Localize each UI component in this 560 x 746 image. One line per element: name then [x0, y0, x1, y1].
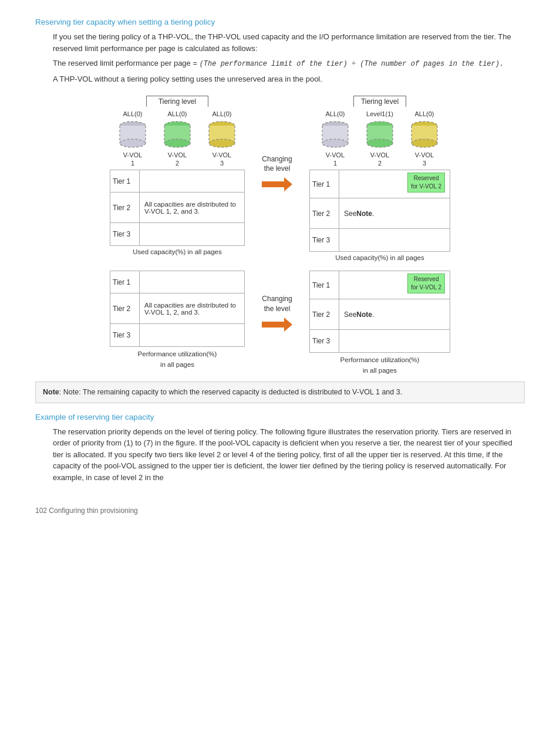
vvol2-name: V-VOL2	[168, 151, 187, 168]
tier-row-1-left2: Tier 1	[110, 271, 244, 293]
vvol1-right1: ALL(0) V-VOL1	[315, 110, 355, 168]
vvol3-left1: ALL(0) V-VOL3	[202, 110, 242, 168]
svg-point-18	[322, 139, 348, 147]
tier3l2-label: Tier 3	[110, 324, 140, 346]
reserved-badge-1: Reservedfor V-VOL 2	[407, 173, 445, 193]
tier3-label: Tier 3	[110, 223, 140, 245]
tier-row-3-right2: Tier 3	[310, 330, 450, 352]
tier-row-1-right1: Tier 1 Reservedfor V-VOL 2	[310, 170, 450, 198]
tier2-label: Tier 2	[110, 193, 140, 222]
svg-point-7	[164, 139, 190, 147]
tier3-content	[140, 223, 244, 245]
vvol1r-cylinder	[321, 119, 350, 151]
diagram1-right: Tiering level ALL(0) V-VOL1 Level1(1)	[301, 96, 459, 262]
tier-row-2-left2: Tier 2 All capacities are distributed to…	[110, 293, 244, 324]
diagram-row1: Tiering level ALL(0) V-VOL1 ALL(0)	[35, 96, 525, 262]
vvol1-label: ALL(0)	[123, 110, 142, 117]
note-box: Note: Note: The remaining capacity to wh…	[35, 382, 525, 403]
vvol3-right1: ALL(0) V-VOL3	[404, 110, 444, 168]
section1-para1: If you set the tiering policy of a THP-V…	[53, 31, 525, 54]
vvol3-label: ALL(0)	[212, 110, 231, 117]
formula-code: (The performance limit of the tier) ÷ (T…	[200, 60, 504, 68]
tier3r-label: Tier 3	[310, 229, 339, 251]
tiering-label-right1: Tiering level	[353, 96, 406, 107]
svg-point-23	[367, 139, 393, 147]
section2-title: Example of reserving tier capacity	[35, 413, 525, 421]
diagram-row2: Tier 1 Tier 2 All capacities are distrib…	[35, 271, 525, 376]
tier1-content	[140, 170, 244, 192]
vvol3r-cylinder	[410, 119, 439, 151]
tier-row-2-left1: Tier 2 All capacities are distributed to…	[110, 193, 244, 223]
arrow-icon2	[262, 318, 292, 332]
vvol2-right1: Level1(1) V-VOL2	[360, 110, 400, 168]
arrow-label1: Changingthe level	[262, 154, 292, 174]
section1-para2: A THP-VOL without a tiering policy setti…	[53, 73, 525, 85]
vvol1-name: V-VOL1	[123, 151, 142, 168]
diagram1-left: Tiering level ALL(0) V-VOL1 ALL(0)	[101, 96, 254, 256]
tier3r2-label: Tier 3	[310, 330, 339, 352]
tier-row-2-right1: Tier 2 See Note.	[310, 198, 450, 229]
diagram2-right: Tier 1 Reservedfor V-VOL 2 Tier 2 See No…	[301, 271, 459, 376]
reserved-badge-2: Reservedfor V-VOL 2	[407, 274, 445, 293]
svg-point-28	[411, 139, 437, 147]
tier-row-3-left1: Tier 3	[110, 223, 244, 245]
vvol2-cylinder	[163, 119, 192, 151]
tier2r2-label: Tier 2	[310, 299, 339, 329]
tier2r-content: See Note.	[339, 198, 450, 228]
vvol2-left1: ALL(0) V-VOL2	[157, 110, 197, 168]
arrow-label2: Changingthe level	[262, 294, 292, 314]
tier2r2-content: See Note.	[339, 299, 450, 329]
tier-table-right2: Tier 1 Reservedfor V-VOL 2 Tier 2 See No…	[309, 271, 450, 353]
tier2r-label: Tier 2	[310, 198, 339, 228]
tier-row-1-left1: Tier 1	[110, 170, 244, 193]
tier1-label: Tier 1	[110, 170, 140, 192]
tier2l2-content: All capacities are distributed to V-VOL …	[140, 293, 244, 323]
tier3l2-content	[140, 324, 244, 346]
caption-right2: Performance utilization(%)in all pages	[340, 355, 420, 376]
tier-row-3-left2: Tier 3	[110, 324, 244, 346]
vvol1-left1: ALL(0) V-VOL1	[113, 110, 153, 168]
section1-title: Reserving tier capacity when setting a t…	[35, 18, 525, 26]
tier2l2-label: Tier 2	[110, 293, 140, 323]
caption-right1: Used capacity(%) in all pages	[335, 254, 424, 261]
vvol1r-label: ALL(0)	[325, 110, 345, 117]
formula-prefix: The reserved limit performance per page …	[53, 59, 200, 67]
tier1l2-label: Tier 1	[110, 271, 140, 293]
diagram2-left: Tier 1 Tier 2 All capacities are distrib…	[101, 271, 254, 370]
vvol3r-label: ALL(0)	[414, 110, 434, 117]
caption-left2: Performance utilization(%)in all pages	[138, 349, 217, 370]
page-footer: 102 Configuring thin provisioning	[35, 507, 525, 515]
tier3r-content	[339, 229, 450, 251]
arrow-col1: Changingthe level	[254, 96, 301, 192]
arrow-icon1	[262, 177, 292, 191]
tier-row-3-right1: Tier 3	[310, 229, 450, 251]
caption-left1: Used capacity(%) in all pages	[133, 248, 222, 255]
tier1r2-label: Tier 1	[310, 271, 339, 299]
vvol2r-label: Level1(1)	[366, 110, 393, 117]
vvol3-cylinder	[207, 119, 237, 151]
arrow-col2: Changingthe level	[254, 271, 301, 332]
tier1r-label: Tier 1	[310, 170, 339, 198]
svg-point-2	[120, 139, 146, 147]
vvol-row-left1: ALL(0) V-VOL1 ALL(0)	[113, 110, 242, 168]
tier3r2-content	[339, 330, 450, 352]
tiering-label-left1: Tiering level	[146, 96, 208, 107]
svg-point-12	[209, 139, 235, 147]
vvol-row-right1: ALL(0) V-VOL1 Level1(1)	[315, 110, 444, 168]
svg-marker-31	[262, 318, 292, 332]
note-label: Note:	[43, 388, 63, 396]
vvol2-label: ALL(0)	[167, 110, 187, 117]
tier-table-left1: Tier 1 Tier 2 All capacities are distrib…	[110, 170, 245, 246]
tier-table-left2: Tier 1 Tier 2 All capacities are distrib…	[110, 271, 245, 347]
tier2-content: All capacities are distributed to V-VOL …	[140, 193, 244, 222]
tier-row-1-right2: Tier 1 Reservedfor V-VOL 2	[310, 271, 450, 299]
vvol2r-name: V-VOL2	[370, 151, 389, 168]
tier1l2-content	[140, 271, 244, 293]
svg-marker-15	[262, 177, 292, 191]
tier-table-right1: Tier 1 Reservedfor V-VOL 2 Tier 2 See No…	[309, 170, 450, 252]
section2-para: The reservation priority depends on the …	[53, 426, 525, 484]
vvol1r-name: V-VOL1	[326, 151, 345, 168]
vvol2r-cylinder	[365, 119, 394, 151]
formula-line: The reserved limit performance per page …	[53, 58, 525, 70]
tier1r-reserved: Reservedfor V-VOL 2	[339, 170, 450, 198]
